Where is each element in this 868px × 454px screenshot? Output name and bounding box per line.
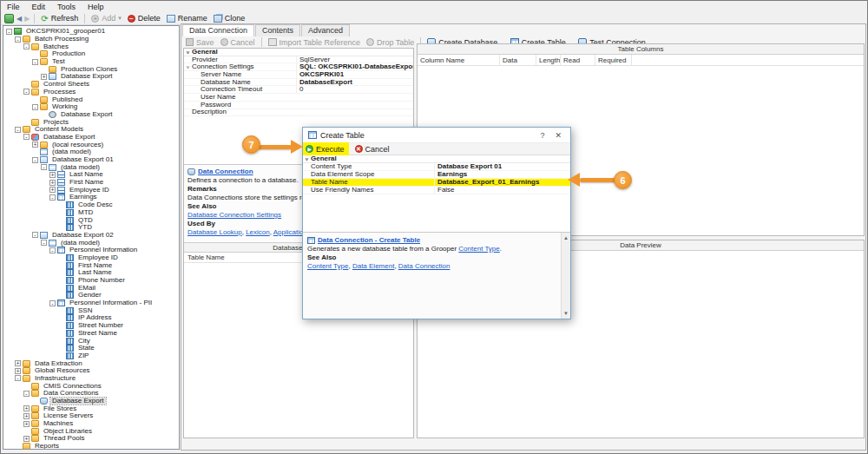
tree-expand-toggle[interactable]: + (41, 74, 47, 80)
property-row[interactable]: ProviderSqlServer (184, 56, 413, 64)
tree-expand-toggle[interactable]: + (49, 180, 56, 186)
column-header-read-only[interactable]: Read Only (561, 55, 595, 65)
tree-expand-toggle[interactable]: + (32, 141, 38, 148)
property-value[interactable]: Database_Export_01_Earnings (434, 179, 570, 186)
dialog-title-bar[interactable]: Create Table ? ✕ (303, 128, 570, 142)
tree-expand-toggle[interactable]: + (23, 436, 30, 442)
dialog-help-title-link[interactable]: Data Connection - Create Table (318, 236, 420, 245)
tree-expand-toggle[interactable]: + (49, 172, 56, 178)
tree-node[interactable]: +(local resources) (3, 141, 179, 148)
property-row[interactable]: vConnection SettingsSQL: OKCSPRKI01-Data… (184, 63, 413, 71)
help-link[interactable]: Database Connection Settings (187, 211, 281, 219)
tree-node[interactable]: +License Servers (3, 412, 179, 420)
help-link[interactable]: Data Connection (398, 262, 450, 270)
tree-node[interactable]: Production (3, 50, 179, 58)
tree-node[interactable]: -Database Export 02 (3, 232, 179, 240)
delete-button[interactable]: − Delete (126, 14, 162, 23)
tree-node[interactable]: State (3, 345, 179, 352)
property-value[interactable]: OKCSPRKI01 (296, 71, 413, 78)
tree-expand-toggle[interactable]: - (23, 134, 30, 140)
tab-advanced[interactable]: Advanced (301, 24, 350, 36)
property-value[interactable]: DatabaseExport (296, 79, 413, 86)
menu-tools[interactable]: Tools (51, 3, 82, 11)
tree-expand-toggle[interactable]: + (23, 405, 30, 411)
menu-file[interactable]: File (1, 3, 26, 11)
tree-expand-toggle[interactable]: + (15, 368, 21, 374)
property-row[interactable]: Connection Timeout0 (184, 86, 413, 94)
property-row[interactable]: Content TypeDatabase Export 01 (303, 163, 570, 171)
tree-node[interactable]: -Processes (3, 89, 179, 96)
property-value[interactable]: Earnings (434, 171, 570, 178)
tree-node[interactable]: +Global Resources (3, 367, 179, 375)
tree-expand-toggle[interactable]: + (23, 421, 30, 427)
menu-edit[interactable]: Edit (26, 3, 52, 11)
tree-expand-toggle[interactable]: - (6, 29, 12, 35)
content-type-link[interactable]: Content Type (458, 245, 499, 253)
column-header-data-type[interactable]: Data Type (500, 55, 536, 65)
property-section-row[interactable]: vGeneral (303, 155, 570, 163)
tree-expand-toggle[interactable]: - (41, 164, 47, 170)
tree-node[interactable]: +Data Extraction (3, 359, 179, 367)
tree-node[interactable]: Projects (3, 118, 179, 126)
back-icon[interactable]: ◀ (16, 15, 22, 23)
menu-help[interactable]: Help (82, 3, 110, 11)
property-value[interactable]: 0 (296, 86, 413, 93)
property-row[interactable]: User Name (184, 94, 413, 102)
scroll-up-icon[interactable]: ▲ (562, 234, 570, 242)
column-header-required[interactable]: Required (595, 55, 632, 65)
execute-button[interactable]: ▶ Execute (303, 142, 349, 155)
tree-node[interactable]: Employee ID (3, 254, 179, 262)
tree-expand-toggle[interactable]: - (32, 104, 38, 110)
cancel-button[interactable]: Cancel (219, 38, 257, 47)
property-value[interactable]: False (434, 187, 570, 194)
tree-node[interactable]: -Batch Processing (3, 36, 179, 43)
dialog-property-grid[interactable]: vGeneralContent TypeDatabase Export 01Da… (303, 155, 570, 194)
tree-expand-toggle[interactable]: - (15, 36, 21, 43)
tab-contents[interactable]: Contents (255, 24, 300, 36)
tree-expand-toggle[interactable]: + (23, 413, 30, 419)
tree-node[interactable]: MTD (3, 209, 179, 217)
tree-expand-toggle[interactable]: - (15, 375, 21, 381)
property-row[interactable]: Description (184, 109, 413, 117)
property-value[interactable]: SqlServer (296, 56, 413, 63)
tree-node[interactable]: ZIP (3, 352, 179, 360)
rename-button[interactable]: Rename (165, 14, 209, 23)
tree-expand-toggle[interactable]: - (32, 157, 38, 163)
forward-icon[interactable]: ▶ (24, 15, 30, 23)
dialog-cancel-button[interactable]: ✕ Cancel (355, 145, 390, 154)
dialog-help-scrollbar[interactable]: ▲ ▼ (561, 233, 570, 319)
help-link[interactable]: Lexicon (246, 228, 270, 236)
tree-expand-toggle[interactable]: - (49, 300, 56, 306)
property-row[interactable]: Database NameDatabaseExport (184, 79, 413, 87)
tree-expand-toggle[interactable]: - (23, 391, 30, 397)
add-button[interactable]: + Add ▾ (89, 14, 123, 23)
help-title-link[interactable]: Data Connection (198, 168, 253, 176)
help-link[interactable]: Content Type (307, 262, 348, 270)
tree-node[interactable]: Control Sheets (3, 81, 179, 89)
tree-node[interactable]: Reports (3, 443, 179, 450)
tree-node[interactable]: Object Libraries (3, 427, 179, 435)
property-row[interactable]: Data Element ScopeEarnings (303, 171, 570, 179)
clone-button[interactable]: Clone (212, 14, 247, 23)
property-row[interactable]: Password (184, 102, 413, 109)
property-section-row[interactable]: vGeneral (184, 49, 413, 56)
tree-expand-toggle[interactable]: + (49, 187, 56, 193)
tree-expand-toggle[interactable]: - (49, 194, 56, 201)
property-grid[interactable]: vGeneralProviderSqlServervConnection Set… (184, 49, 413, 116)
tree-node[interactable]: +Thread Pools (3, 435, 179, 443)
tree-expand-toggle[interactable]: - (41, 240, 47, 246)
tree-node[interactable]: Database Export (3, 398, 179, 405)
tree-expand-toggle[interactable]: + (15, 360, 21, 366)
tree-node[interactable]: -Database Export (3, 134, 179, 141)
property-row[interactable]: Table NameDatabase_Export_01_Earnings (303, 179, 570, 187)
tree-node[interactable]: -Infrastructure (3, 375, 179, 383)
scroll-down-icon[interactable]: ▼ (562, 309, 570, 318)
property-value[interactable]: SQL: OKCSPRKI01-DatabaseExport (296, 63, 413, 70)
property-value[interactable]: Database Export 01 (434, 163, 570, 170)
property-row[interactable]: Use Friendly NamesFalse (303, 187, 570, 194)
tree-node[interactable]: Street Name (3, 330, 179, 338)
dialog-help-button[interactable]: ? (536, 131, 548, 140)
tree-node[interactable]: -Batches (3, 43, 179, 50)
column-header-length[interactable]: Length (536, 55, 561, 65)
property-row[interactable]: Server NameOKCSPRKI01 (184, 71, 413, 79)
